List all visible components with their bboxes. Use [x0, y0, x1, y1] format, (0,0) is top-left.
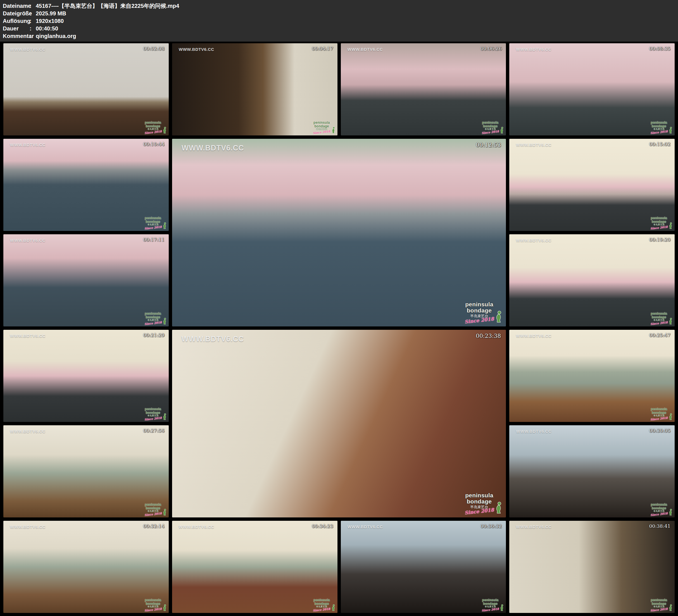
timestamp-overlay: 00:04:17: [312, 46, 333, 51]
logo-line-peninsula: peninsula: [482, 599, 499, 602]
field-label: Dauer: [3, 25, 30, 32]
studio-logo: peninsula bondage 半岛束艺台 Since 2018: [144, 217, 166, 229]
kneeling-figure-icon: [331, 126, 335, 134]
logo-line-peninsula: peninsula: [651, 599, 667, 602]
logo-line-peninsula: peninsula: [465, 301, 493, 307]
logo-line-peninsula: peninsula: [145, 408, 161, 411]
logo-line-since: Since 2018: [144, 512, 162, 516]
timestamp-overlay: 00:19:20: [649, 237, 671, 242]
field-separator: :: [30, 25, 36, 32]
video-thumbnail: WWW.BDTV6.CC 00:34:23 peninsula bondage …: [172, 521, 337, 613]
studio-logo: peninsula bondage 半岛束艺台 Since 2018: [650, 217, 672, 229]
watermark-text: WWW.BDTV6.CC: [516, 143, 552, 147]
video-thumbnail: WWW.BDTV6.CC 00:10:44 peninsula bondage …: [3, 139, 169, 231]
kneeling-figure-icon: [162, 126, 166, 134]
logo-line-since: Since 2018: [650, 225, 668, 230]
studio-logo: peninsula bondage 半岛束艺台 Since 2018: [650, 503, 672, 516]
studio-logo: peninsula bondage 半岛束艺台 Since 2018: [650, 599, 672, 611]
studio-logo-text: peninsula bondage 半岛束艺台 Since 2018: [650, 599, 668, 611]
studio-logo: peninsula bondage 半岛束艺台 Since 2018: [482, 121, 504, 134]
field-label: Dateiname: [3, 2, 30, 10]
file-info-header: Dateiname : 45167----【半岛束艺台】【海语】来自2225年的…: [0, 0, 678, 42]
field-value: 2025.99 MB: [36, 10, 675, 17]
timestamp-overlay: 00:15:02: [649, 141, 671, 147]
kneeling-figure-icon: [668, 317, 672, 325]
studio-logo-text: peninsula bondage 半岛束艺台 Since 2018: [464, 492, 494, 514]
studio-logo-text: peninsula bondage 半岛束艺台 Since 2018: [650, 408, 668, 420]
watermark-text: WWW.BDTV6.CC: [10, 143, 45, 147]
logo-line-peninsula: peninsula: [313, 121, 330, 124]
watermark-text: WWW.BDTV6.CC: [182, 144, 244, 152]
timestamp-overlay: 00:38:41: [649, 523, 671, 529]
video-thumbnail: WWW.BDTV6.CC 00:06:26 peninsula bondage …: [341, 43, 506, 136]
logo-line-bondage: bondage: [652, 411, 666, 415]
logo-line-bondage: bondage: [652, 602, 666, 606]
logo-line-peninsula: peninsula: [145, 312, 161, 315]
timestamp-overlay: 00:06:26: [481, 46, 502, 51]
field-value: 1920x1080: [36, 17, 675, 25]
studio-logo-text: peninsula bondage 半岛束艺台 Since 2018: [464, 301, 494, 323]
logo-line-peninsula: peninsula: [145, 217, 161, 220]
studio-logo: peninsula bondage 半岛束艺台 Since 2018: [313, 121, 335, 134]
field-separator: :: [30, 17, 36, 25]
video-thumbnail: WWW.BDTV6.CC 00:38:41 peninsula bondage …: [509, 521, 675, 613]
timestamp-overlay: 00:21:29: [143, 332, 164, 338]
studio-logo-text: peninsula bondage 半岛束艺台 Since 2018: [650, 121, 668, 134]
field-separator: :: [30, 10, 36, 17]
logo-line-bondage: bondage: [146, 124, 160, 128]
logo-line-since: Since 2018: [464, 508, 494, 516]
timestamp-overlay: 00:02:08: [143, 46, 164, 51]
timestamp-overlay: 00:08:35: [649, 46, 671, 51]
timestamp-overlay: 00:10:44: [143, 141, 164, 147]
field-value: 00:40:50: [36, 25, 675, 32]
studio-logo-text: peninsula bondage 半岛束艺台 Since 2018: [144, 408, 162, 420]
video-thumbnail: WWW.BDTV6.CC 00:30:05 peninsula bondage …: [509, 425, 675, 517]
studio-logo-text: peninsula bondage 半岛束艺台 Since 2018: [144, 217, 162, 229]
logo-line-bondage: bondage: [483, 124, 497, 128]
logo-line-bondage: bondage: [652, 315, 666, 319]
timestamp-overlay: 00:23:38: [476, 333, 501, 339]
studio-logo: peninsula bondage 半岛束艺台 Since 2018: [482, 599, 504, 611]
video-thumbnail: WWW.BDTV6.CC 00:08:35 peninsula bondage …: [509, 43, 675, 136]
studio-logo: peninsula bondage 半岛束艺台 Since 2018: [650, 121, 672, 134]
kneeling-figure-icon: [162, 317, 166, 325]
file-info-list: Dateiname : 45167----【半岛束艺台】【海语】来自2225年的…: [3, 2, 675, 40]
video-thumbnail: WWW.BDTV6.CC 00:23:38 peninsula bondage …: [172, 330, 506, 517]
kneeling-figure-icon: [668, 508, 672, 516]
field-value: 45167----【半岛束艺台】【海语】来自2225年的问候.mp4: [36, 2, 675, 10]
field-label: Dateigröße: [3, 10, 30, 17]
kneeling-figure-icon: [499, 126, 504, 134]
kneeling-figure-icon: [494, 501, 502, 514]
studio-logo-text: peninsula bondage 半岛束艺台 Since 2018: [650, 312, 668, 325]
logo-line-peninsula: peninsula: [651, 408, 667, 411]
kneeling-figure-icon: [331, 604, 335, 611]
video-thumbnail: WWW.BDTV6.CC 00:17:11 peninsula bondage …: [3, 234, 169, 326]
studio-logo: peninsula bondage 半岛束艺台 Since 2018: [144, 312, 166, 325]
watermark-text: WWW.BDTV6.CC: [516, 238, 552, 243]
logo-line-bondage: bondage: [314, 602, 329, 606]
logo-line-since: Since 2018: [650, 321, 668, 325]
studio-logo-text: peninsula bondage 半岛束艺台 Since 2018: [482, 121, 499, 134]
logo-line-bondage: bondage: [146, 315, 160, 319]
kneeling-figure-icon: [162, 604, 166, 611]
watermark-text: WWW.BDTV6.CC: [10, 238, 45, 243]
logo-line-since: Since 2018: [482, 607, 499, 612]
studio-logo: peninsula bondage 半岛束艺台 Since 2018: [313, 599, 335, 611]
logo-line-peninsula: peninsula: [145, 599, 161, 602]
timestamp-overlay: 00:36:32: [481, 523, 502, 529]
watermark-text: WWW.BDTV6.CC: [10, 429, 45, 434]
logo-line-since: Since 2018: [650, 130, 668, 134]
studio-logo: peninsula bondage 半岛束艺台 Since 2018: [144, 408, 166, 420]
studio-logo: peninsula bondage 半岛束艺台 Since 2018: [144, 599, 166, 611]
logo-line-peninsula: peninsula: [651, 217, 667, 220]
logo-line-since: Since 2018: [482, 130, 499, 134]
studio-logo: peninsula bondage 半岛束艺台 Since 2018: [464, 301, 502, 323]
watermark-text: WWW.BDTV6.CC: [516, 47, 552, 52]
file-info-row: Kommentar : qinglanhua.org: [3, 32, 675, 40]
kneeling-figure-icon: [494, 310, 502, 323]
logo-line-bondage: bondage: [483, 602, 497, 606]
logo-line-bondage: bondage: [314, 124, 329, 128]
watermark-text: WWW.BDTV6.CC: [10, 525, 45, 529]
watermark-text: WWW.BDTV6.CC: [182, 335, 244, 343]
studio-logo-text: peninsula bondage 半岛束艺台 Since 2018: [144, 599, 162, 611]
